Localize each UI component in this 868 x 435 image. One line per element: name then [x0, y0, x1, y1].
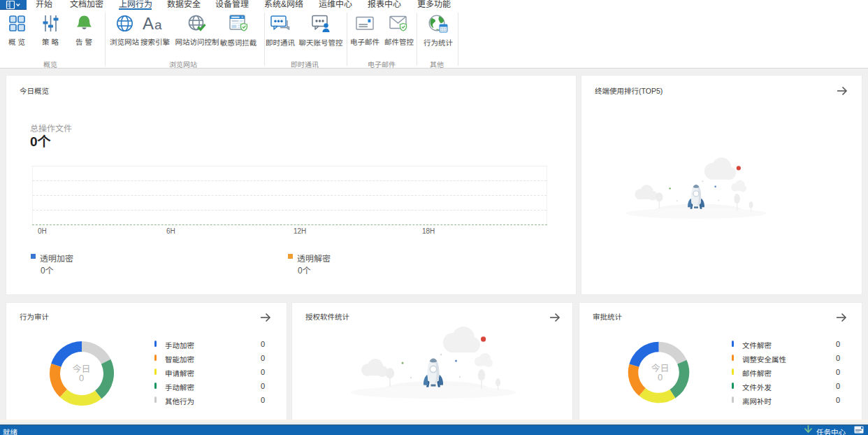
svg-text:A: A	[143, 15, 154, 32]
svg-text:a: a	[154, 17, 162, 32]
